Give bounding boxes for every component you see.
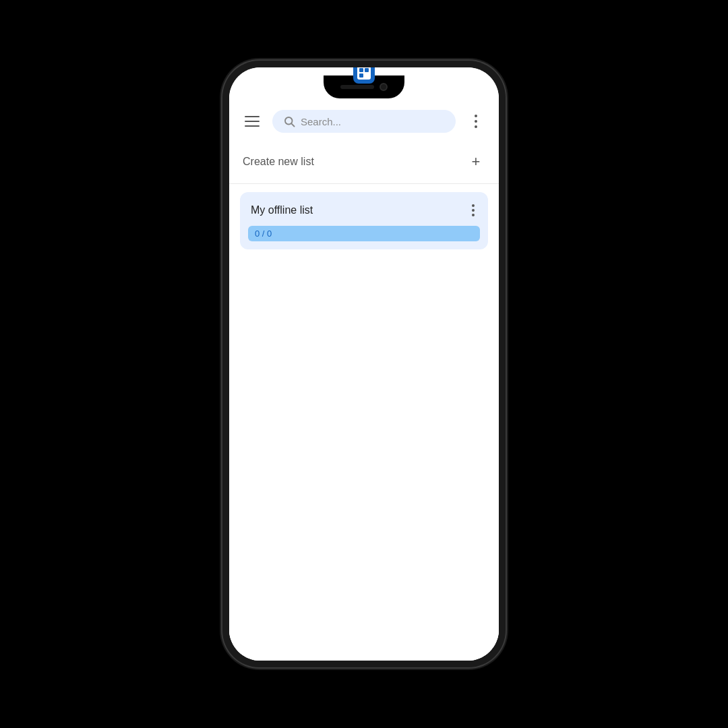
notch-bar — [229, 67, 499, 102]
menu-button[interactable] — [240, 109, 264, 133]
list-dot-2 — [472, 209, 475, 212]
svg-rect-0 — [359, 68, 363, 72]
list-card-offline[interactable]: My offline list 0 / 0 — [240, 192, 488, 249]
list-card-title: My offline list — [251, 204, 313, 216]
create-list-label: Create new list — [243, 156, 314, 168]
progress-text: 0 / 0 — [255, 229, 272, 239]
search-placeholder-text: Search... — [301, 116, 341, 127]
phone-screen: Search... Create new list + My offline l… — [229, 67, 499, 661]
create-new-list-button[interactable]: Create new list + — [229, 140, 499, 184]
more-dot-2 — [475, 120, 477, 123]
front-camera — [380, 83, 388, 91]
more-options-button[interactable] — [464, 109, 488, 133]
app-icon-inner — [357, 67, 371, 80]
menu-icon-line1 — [245, 116, 260, 117]
app-icon — [353, 67, 375, 84]
svg-rect-1 — [365, 68, 369, 72]
more-dot-1 — [475, 115, 477, 117]
svg-rect-2 — [359, 73, 363, 78]
menu-icon-line3 — [245, 125, 260, 127]
search-icon — [283, 115, 295, 127]
phone-frame: Search... Create new list + My offline l… — [222, 61, 506, 667]
list-dot-3 — [472, 214, 475, 216]
search-bar[interactable]: Search... — [272, 110, 456, 133]
toolbar: Search... — [229, 102, 499, 140]
screen-content: Search... Create new list + My offline l… — [229, 102, 499, 661]
list-card-progress-bar: 0 / 0 — [248, 226, 480, 241]
more-dot-3 — [475, 125, 477, 128]
speaker — [340, 85, 374, 89]
list-dot-1 — [472, 204, 475, 207]
main-content-area — [229, 257, 499, 661]
svg-rect-3 — [365, 73, 369, 78]
list-card-header: My offline list — [240, 192, 488, 226]
create-list-plus-icon: + — [466, 152, 485, 171]
list-card-more-button[interactable] — [469, 202, 477, 219]
menu-icon-line2 — [245, 121, 260, 122]
svg-line-5 — [291, 123, 294, 126]
